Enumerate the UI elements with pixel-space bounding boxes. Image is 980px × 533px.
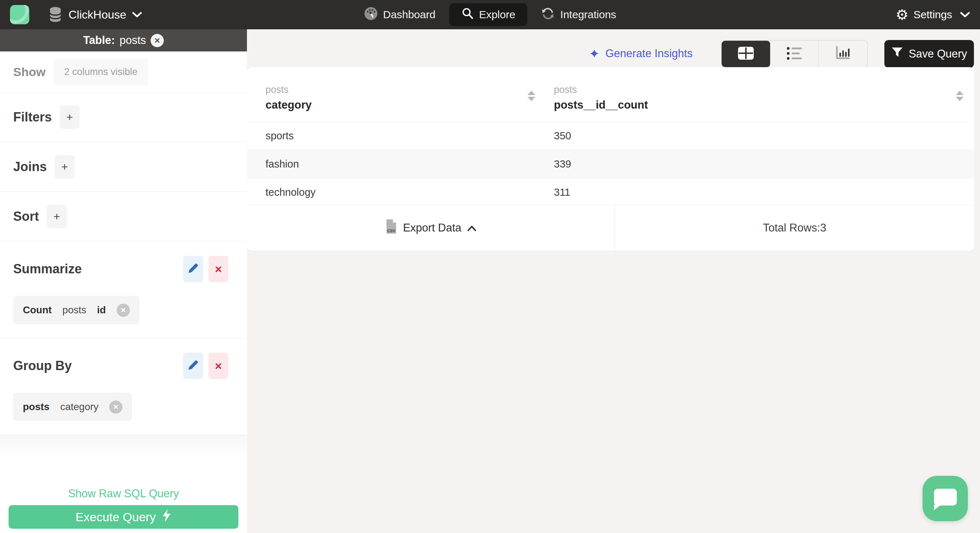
chevron-down-icon — [960, 12, 970, 18]
show-label: Show — [13, 65, 46, 79]
sort-toggle-icon[interactable] — [527, 91, 535, 101]
chat-bubble-icon — [934, 489, 957, 506]
chip-table: posts — [23, 401, 49, 413]
cell-category: fashion — [266, 158, 299, 170]
table-row: fashion 339 — [247, 150, 974, 178]
table-row: technology 311 — [247, 178, 974, 206]
group-by-chip: posts category × — [13, 393, 132, 421]
chip-aggregate: Count — [23, 304, 52, 316]
save-query-button[interactable]: Save Query — [885, 40, 974, 68]
export-data-label: Export Data — [403, 222, 461, 235]
brand-menu[interactable]: ClickHouse — [10, 5, 142, 24]
top-navbar: ClickHouse Dashboard — [0, 0, 980, 29]
nav-item-dashboard[interactable]: Dashboard — [364, 6, 435, 23]
column-header-count[interactable]: posts posts__id__count — [554, 84, 648, 112]
show-raw-sql-link[interactable]: Show Raw SQL Query — [0, 487, 247, 500]
show-section: Show 2 columns visible — [0, 51, 247, 93]
lightning-bolt-icon — [162, 509, 171, 525]
remove-chip-button[interactable]: × — [109, 401, 123, 414]
remove-table-button[interactable]: × — [151, 34, 164, 47]
nav-item-explore[interactable]: Explore — [449, 3, 527, 26]
dashboard-gauge-icon — [364, 6, 378, 23]
results-card: posts category posts posts__id__count sp… — [247, 67, 974, 251]
chart-view-button[interactable] — [819, 41, 867, 67]
cell-count: 339 — [554, 158, 571, 170]
summarize-label: Summarize — [13, 262, 82, 276]
table-bar-label: Table: — [83, 34, 115, 47]
search-icon — [461, 7, 474, 22]
summarize-section: Summarize × Count posts id × — [0, 241, 247, 338]
add-filter-button[interactable]: + — [60, 105, 80, 129]
remove-chip-button[interactable]: × — [117, 304, 130, 317]
svg-text:CSV: CSV — [387, 229, 395, 233]
group-by-label: Group By — [13, 358, 72, 373]
list-view-icon — [786, 46, 803, 62]
column-name: posts__id__count — [554, 99, 648, 112]
group-by-section: Group By × posts category × — [0, 338, 247, 435]
section-divider — [0, 435, 247, 458]
column-name: category — [266, 99, 312, 112]
primary-nav: Dashboard Explore Integrations — [364, 0, 616, 29]
nav-item-integrations[interactable]: Integrations — [541, 6, 616, 23]
selected-table-bar: Table: posts × — [0, 29, 247, 51]
save-query-label: Save Query — [908, 48, 967, 61]
columns-visible-selector[interactable]: 2 columns visible — [54, 59, 148, 85]
sort-toggle-icon[interactable] — [956, 91, 964, 101]
settings-menu[interactable]: ⚙ Settings — [896, 8, 970, 22]
table-footer: CSV Export Data Total Rows:3 — [247, 205, 974, 251]
caret-up-icon — [467, 222, 476, 235]
remove-group-by-button[interactable]: × — [208, 353, 228, 379]
cell-count: 311 — [554, 187, 570, 198]
settings-label: Settings — [914, 9, 952, 21]
column-table-caption: posts — [266, 84, 312, 96]
generate-insights-button[interactable]: ✦ Generate Insights — [589, 43, 693, 64]
gear-icon: ⚙ — [896, 8, 908, 22]
table-header: posts category posts posts__id__count — [247, 67, 974, 121]
view-switcher — [721, 40, 868, 68]
nav-item-label: Explore — [479, 9, 515, 21]
total-rows-label: Total Rows:3 — [615, 205, 974, 251]
table-view-button[interactable] — [722, 41, 770, 67]
sort-section: Sort + — [0, 192, 247, 241]
chat-widget-button[interactable] — [923, 476, 968, 521]
results-area: ✦ Generate Insights — [247, 29, 980, 533]
chip-column: category — [60, 401, 99, 413]
cell-category: sports — [266, 130, 294, 142]
column-header-category[interactable]: posts category — [266, 84, 312, 112]
funnel-icon — [891, 47, 903, 61]
results-toolbar: ✦ Generate Insights — [247, 29, 980, 69]
remove-summarize-button[interactable]: × — [208, 256, 228, 282]
nav-item-label: Dashboard — [383, 9, 435, 21]
query-builder-sidebar: Table: posts × Show 2 columns visible Fi… — [0, 29, 247, 533]
execute-query-button[interactable]: Execute Query — [9, 505, 239, 529]
filters-label: Filters — [13, 110, 52, 124]
cell-count: 350 — [554, 130, 571, 142]
column-table-caption: posts — [554, 84, 648, 96]
sort-label: Sort — [13, 209, 39, 224]
table-row: sports 350 — [247, 121, 974, 150]
chip-column: id — [97, 304, 106, 316]
sparkle-icon: ✦ — [589, 46, 600, 61]
app-logo — [10, 5, 29, 24]
export-data-button[interactable]: CSV Export Data — [247, 205, 614, 251]
add-join-button[interactable]: + — [55, 155, 75, 179]
brand-name: ClickHouse — [68, 8, 126, 21]
edit-summarize-button[interactable] — [183, 256, 203, 282]
csv-file-icon: CSV — [385, 219, 397, 237]
table-bar-name: posts — [119, 34, 146, 47]
chevron-down-icon — [132, 12, 142, 18]
cell-category: technology — [266, 187, 315, 198]
joins-label: Joins — [13, 159, 47, 174]
list-view-button[interactable] — [770, 41, 819, 67]
filters-section: Filters + — [0, 93, 247, 142]
execute-query-label: Execute Query — [76, 510, 156, 524]
edit-group-by-button[interactable] — [183, 353, 203, 379]
pencil-icon — [187, 262, 199, 276]
database-icon — [49, 6, 62, 23]
summarize-chip: Count posts id × — [13, 296, 140, 324]
pencil-icon — [187, 359, 199, 373]
sync-icon — [541, 6, 555, 23]
nav-item-label: Integrations — [560, 9, 616, 21]
add-sort-button[interactable]: + — [47, 205, 67, 228]
chart-view-icon — [835, 46, 851, 62]
